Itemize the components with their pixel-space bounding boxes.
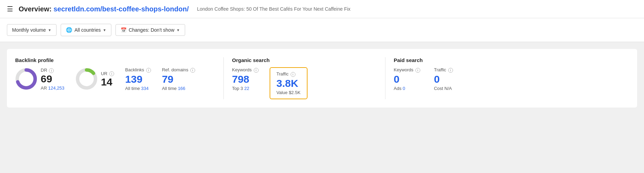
dr-donut [15, 68, 37, 90]
backlink-metrics: DR i 69 AR 124,253 [15, 67, 215, 91]
ref-domains-label: Ref. domains i [162, 67, 195, 73]
organic-traffic-box: Traffic i 3.8K Value $2.5K [270, 67, 308, 99]
paid-cost-sub: Cost N/A [434, 86, 453, 91]
ur-info-icon[interactable]: i [109, 71, 114, 76]
organic-traffic-sub-value: $2.5K [289, 90, 301, 95]
dr-info-icon[interactable]: i [49, 68, 54, 73]
backlinks-value: 139 [125, 74, 151, 84]
page-url[interactable]: secretldn.com/best-coffee-shops-london/ [53, 5, 189, 13]
ref-domains-metric: Ref. domains i 79 All time 166 [162, 67, 195, 91]
organic-traffic-label: Traffic i [276, 71, 301, 77]
dr-sub: AR 124,253 [41, 85, 64, 91]
backlink-profile-title: Backlink profile [15, 57, 215, 63]
dr-metric: DR i 69 AR 124,253 [15, 68, 64, 91]
ur-label: UR i [101, 71, 114, 77]
hamburger-icon[interactable]: ☰ [7, 5, 13, 13]
paid-keywords-metric: Keywords i 0 Ads 0 [394, 67, 420, 91]
organic-search-title: Organic search [232, 57, 377, 63]
paid-keywords-label: Keywords i [394, 67, 420, 73]
paid-search-section: Paid search Keywords i 0 Ads 0 [394, 57, 490, 91]
organic-metrics: Keywords i 798 Top 3 22 Traffic i 3.8 [232, 67, 377, 99]
paid-traffic-info-icon[interactable]: i [448, 68, 453, 73]
changes-dropdown[interactable]: 📅 Changes: Don't show ▼ [115, 24, 185, 36]
all-countries-label: All countries [74, 27, 101, 33]
all-countries-dropdown[interactable]: 🌐 All countries ▼ [61, 24, 111, 36]
header: ☰ Overview: secretldn.com/best-coffee-sh… [0, 0, 644, 18]
paid-keywords-value: 0 [394, 74, 420, 84]
ur-donut-svg [76, 68, 98, 90]
globe-icon: 🌐 [66, 27, 72, 33]
organic-keywords-sub-value: 22 [244, 86, 249, 91]
chevron-down-icon-2: ▼ [103, 28, 106, 32]
calendar-icon: 📅 [121, 27, 127, 33]
paid-keywords-info-icon[interactable]: i [415, 68, 420, 73]
ref-domains-info-icon[interactable]: i [190, 68, 195, 73]
organic-keywords-sub: Top 3 22 [232, 86, 259, 91]
paid-traffic-label: Traffic i [434, 67, 453, 73]
dr-label: DR i [41, 68, 64, 73]
backlinks-sub: All time 334 [125, 86, 151, 91]
monthly-volume-dropdown[interactable]: Monthly volume ▼ [7, 24, 57, 36]
organic-traffic-sub: Value $2.5K [276, 90, 301, 95]
page-title: Overview: secretldn.com/best-coffee-shop… [19, 5, 189, 13]
toolbar: Monthly volume ▼ 🌐 All countries ▼ 📅 Cha… [0, 18, 644, 42]
chevron-down-icon-3: ▼ [177, 28, 180, 32]
paid-traffic-metric: Traffic i 0 Cost N/A [434, 67, 453, 91]
organic-traffic-info-icon[interactable]: i [291, 72, 295, 77]
paid-ads-value: 0 [403, 86, 405, 91]
backlinks-sub-value: 334 [141, 86, 149, 91]
changes-label: Changes: Don't show [129, 27, 174, 33]
organic-traffic-value: 3.8K [276, 78, 301, 89]
organic-search-section: Organic search Keywords i 798 Top 3 22 [232, 57, 377, 99]
title-text: Overview: [19, 5, 53, 13]
backlinks-info-icon[interactable]: i [146, 68, 151, 73]
backlinks-metric: Backlinks i 139 All time 334 [125, 67, 151, 91]
ur-values: UR i 14 [101, 71, 114, 88]
paid-search-title: Paid search [394, 57, 490, 63]
dr-values: DR i 69 AR 124,253 [41, 68, 64, 91]
monthly-volume-label: Monthly volume [12, 27, 46, 33]
paid-metrics: Keywords i 0 Ads 0 Traffic i 0 [394, 67, 490, 91]
ref-domains-sub: All time 166 [162, 86, 195, 91]
ur-metric: UR i 14 [76, 68, 114, 90]
main-content: Backlink profile DR i [0, 42, 644, 114]
dr-value: 69 [41, 74, 64, 84]
page-subtitle: London Coffee Shops: 50 Of The Best Café… [197, 6, 350, 12]
backlink-profile-section: Backlink profile DR i [15, 57, 215, 91]
paid-cost-value: N/A [444, 86, 452, 91]
metrics-card: Backlink profile DR i [7, 49, 637, 108]
paid-ads-sub: Ads 0 [394, 86, 420, 91]
divider-2 [385, 57, 385, 99]
ref-domains-value: 79 [162, 74, 195, 84]
ref-domains-sub-value: 166 [178, 86, 185, 91]
organic-keywords-value: 798 [232, 74, 259, 84]
chevron-down-icon: ▼ [48, 28, 51, 32]
ur-donut [76, 68, 98, 90]
organic-keywords-info-icon[interactable]: i [254, 68, 259, 73]
backlinks-label: Backlinks i [125, 67, 151, 73]
dr-donut-svg [15, 68, 37, 90]
ar-value: 124,253 [48, 85, 64, 91]
ur-value: 14 [101, 77, 114, 87]
paid-traffic-value: 0 [434, 74, 453, 84]
organic-keywords-metric: Keywords i 798 Top 3 22 [232, 67, 259, 91]
divider-1 [223, 57, 224, 99]
organic-keywords-label: Keywords i [232, 67, 259, 73]
